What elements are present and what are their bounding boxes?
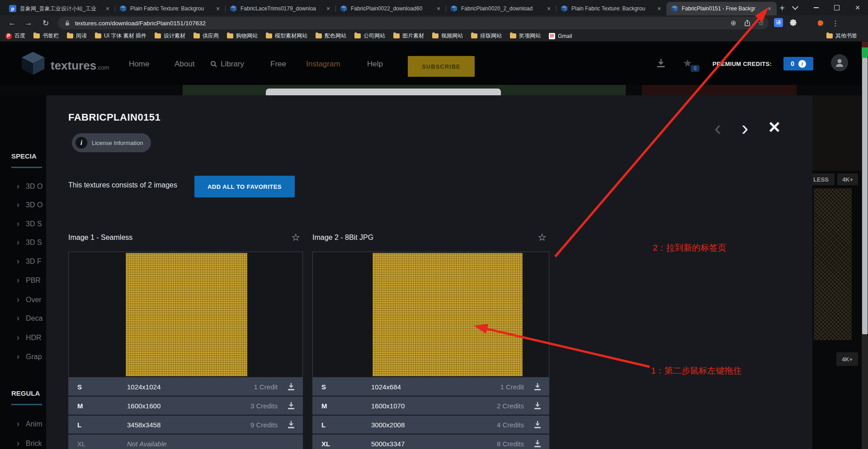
sidebar-item[interactable]: ›PBR <box>17 276 41 285</box>
browser-tab[interactable]: FabricLaceTrims0179_downloa × <box>225 2 335 15</box>
bookmark-folder[interactable]: UI 字体 素材 插件 <box>95 32 146 40</box>
reload-button[interactable]: ↻ <box>40 17 52 29</box>
account-button[interactable] <box>831 54 848 71</box>
bookmark-folder[interactable]: 配色网站 <box>316 32 346 40</box>
browser-tab[interactable]: Plain Fabric Texture: Backgrou × <box>115 2 225 15</box>
fabric-texture-preview[interactable] <box>126 253 247 376</box>
bookmark-folder[interactable]: 设计素材 <box>155 32 185 40</box>
tab-close-icon[interactable]: × <box>325 5 332 12</box>
fabric-texture-preview[interactable] <box>373 253 523 376</box>
download-icon[interactable] <box>533 401 542 410</box>
browser-tab[interactable]: FabricPlain0020_2_download × <box>446 2 556 15</box>
credits-button[interactable]: 0 i <box>783 57 813 70</box>
scrollbar-thumb[interactable] <box>862 58 868 334</box>
download-icon[interactable] <box>533 382 542 391</box>
modal-close-icon[interactable]: × <box>769 114 780 140</box>
tab-close-icon[interactable]: × <box>656 5 663 12</box>
tab-close-icon[interactable]: × <box>104 5 111 12</box>
cube-favicon <box>119 5 127 12</box>
textures-logo-icon[interactable] <box>20 50 46 77</box>
bookmark-folder[interactable]: 图片素材 <box>393 32 424 40</box>
download-icon[interactable] <box>287 420 296 429</box>
zoom-page-icon[interactable]: ⊕ <box>731 19 736 27</box>
sidebar-item[interactable]: ›3D S <box>17 238 42 247</box>
forward-button[interactable]: → <box>23 17 34 29</box>
bookmark-folder[interactable]: 模型素材网站 <box>266 32 307 40</box>
previous-texture-button[interactable]: ‹ <box>714 115 721 140</box>
download-icon[interactable] <box>287 382 296 391</box>
other-bookmarks[interactable]: 其他书签 <box>826 32 857 40</box>
sidebar-item[interactable]: ›3D F <box>17 257 42 266</box>
bookmark-folder[interactable]: 阅读 <box>67 32 87 40</box>
nav-library[interactable]: Library <box>210 60 244 69</box>
nav-free[interactable]: Free <box>270 60 286 69</box>
bookmark-folder[interactable]: 书签栏 <box>33 32 59 40</box>
bookmark-item[interactable]: P百度 <box>5 32 25 40</box>
browser-tab[interactable]: Plain Fabric Texture: Backgrou × <box>556 2 666 15</box>
cube-favicon <box>230 5 237 12</box>
browser-tab-active[interactable]: FabricPlain0151 - Free Backgr × <box>666 2 777 15</box>
bookmark-folder[interactable]: 购物网站 <box>227 32 258 40</box>
background-thumbnail-herringbone[interactable] <box>814 188 852 340</box>
sidebar-item[interactable]: ›Grap <box>17 352 42 361</box>
folder-icon <box>67 33 73 38</box>
tab-close-icon[interactable]: × <box>435 5 442 12</box>
download-icon[interactable] <box>287 401 296 410</box>
add-all-to-favorites-button[interactable]: ADD ALL TO FAVORITES <box>194 176 295 197</box>
bookmark-folder[interactable]: 公司网站 <box>354 32 385 40</box>
favorites-count-badge: 0 <box>691 65 699 72</box>
sidebar-item[interactable]: ›3D O <box>17 200 42 210</box>
next-texture-button[interactable]: › <box>741 115 748 140</box>
bookmark-label: UI 字体 素材 插件 <box>104 32 146 40</box>
folder-icon <box>471 33 477 38</box>
sidebar-item[interactable]: ›Over <box>17 295 42 304</box>
favorite-star-icon[interactable]: ☆ <box>538 232 547 243</box>
extensions-puzzle-icon[interactable] <box>789 19 797 28</box>
minimize-icon <box>814 7 819 8</box>
site-logo[interactable]: textures.com <box>51 59 109 73</box>
share-icon[interactable] <box>744 19 751 27</box>
bookmark-gmail[interactable]: MGmail <box>549 33 572 39</box>
nav-help[interactable]: Help <box>367 60 383 69</box>
downloads-icon[interactable] <box>656 58 666 69</box>
bookmark-folder[interactable]: 排版网站 <box>471 32 502 40</box>
size-row-l: L 3000x2008 4 Credits <box>312 416 549 434</box>
modal-title: FABRICPLAIN0151 <box>68 112 160 123</box>
bookmark-folder[interactable]: 供应商 <box>193 32 219 40</box>
browser-tab[interactable]: p 普象网_普象工业设计小站_工业 × <box>5 2 115 15</box>
download-icon[interactable] <box>533 420 542 429</box>
sidebar-item[interactable]: ›HDR <box>17 333 42 342</box>
browser-menu-icon[interactable]: ⋮ <box>832 19 839 28</box>
window-maximize-button[interactable] <box>826 0 847 15</box>
license-information-button[interactable]: i License Information <box>72 133 151 152</box>
tab-close-icon[interactable]: × <box>766 5 773 12</box>
address-bar[interactable]: textures.com/download/FabricPlain0151/10… <box>58 17 769 29</box>
tab-search-icon[interactable] <box>785 0 806 15</box>
bookmark-folder[interactable]: 视频网站 <box>432 32 463 40</box>
nav-instagram[interactable]: Instagram <box>306 60 340 69</box>
window-close-button[interactable]: × <box>847 0 868 15</box>
bookmark-star-icon[interactable]: ☆ <box>758 19 764 27</box>
favorite-star-icon[interactable]: ☆ <box>291 232 300 243</box>
back-button[interactable]: ← <box>6 17 18 29</box>
puxiang-favicon: p <box>9 5 16 12</box>
sidebar-item[interactable]: ›3D S <box>17 219 42 229</box>
nav-label: Free <box>270 60 286 69</box>
tab-close-icon[interactable]: × <box>545 5 552 12</box>
subscribe-button[interactable]: SUBSCRIBE <box>408 56 475 77</box>
nav-home[interactable]: Home <box>129 60 149 69</box>
bookmark-folder[interactable]: 奖项网站 <box>510 32 541 40</box>
sidebar-item[interactable]: ›Deca <box>17 313 42 323</box>
sidebar-item[interactable]: ›Anim <box>17 419 42 429</box>
page-scrollbar[interactable] <box>862 42 868 449</box>
tab-close-icon[interactable]: × <box>214 5 222 12</box>
sidebar-item[interactable]: ›3D O <box>17 182 42 191</box>
download-icon[interactable] <box>533 439 542 448</box>
chevron-right-icon: › <box>17 238 19 247</box>
browser-tab[interactable]: FabricPlain0022_download60 × <box>335 2 446 15</box>
window-minimize-button[interactable] <box>806 0 826 15</box>
translate-extension-icon[interactable]: 译 <box>774 18 783 27</box>
new-tab-button[interactable]: + <box>779 2 785 14</box>
nav-about[interactable]: About <box>175 60 194 69</box>
sidebar-item[interactable]: ›Brick <box>17 439 42 448</box>
